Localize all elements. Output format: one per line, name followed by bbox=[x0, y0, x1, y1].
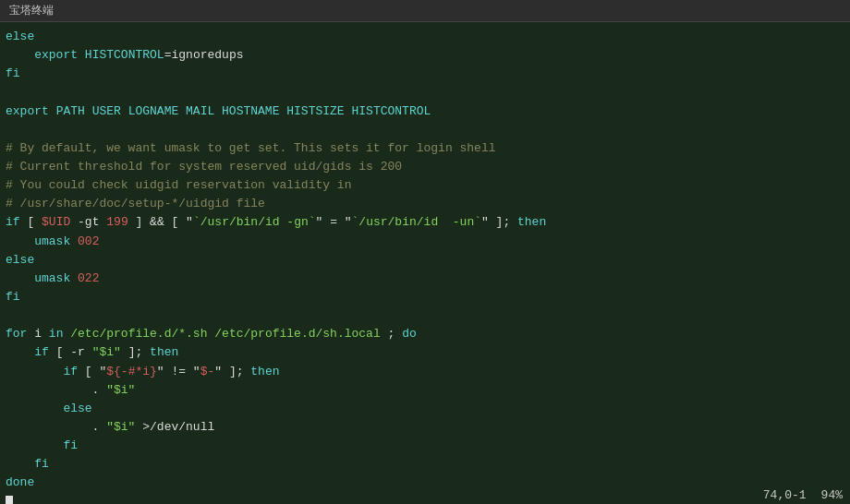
code-line-24: fi bbox=[6, 455, 844, 474]
code-line-15: fi bbox=[6, 288, 844, 306]
scroll-percent: 94% bbox=[821, 488, 843, 502]
code-line-22: . "$i" >/dev/null bbox=[6, 418, 844, 437]
cursor bbox=[6, 496, 13, 504]
code-line-18: if [ -r "$i" ]; then bbox=[6, 343, 844, 362]
code-line-3: fi bbox=[6, 65, 844, 83]
status-bar: 74,0-1 94% bbox=[756, 486, 850, 504]
code-line-19: if [ "${-#*i}" != "$-" ]; then bbox=[6, 363, 844, 381]
terminal: else export HISTCONTROL=ignoredups fi ex… bbox=[0, 22, 850, 504]
code-line-11: if [ $UID -gt 199 ] && [ "`/usr/bin/id -… bbox=[6, 213, 844, 232]
code-line-23: fi bbox=[6, 437, 844, 455]
code-line-20: . "$i" bbox=[6, 381, 844, 400]
code-line-cursor bbox=[6, 493, 844, 504]
code-line-7: # By default, we want umask to get set. … bbox=[6, 139, 844, 158]
code-line-17: for i in /etc/profile.d/*.sh /etc/profil… bbox=[6, 325, 844, 343]
code-line-14: umask 022 bbox=[6, 270, 844, 288]
title-text: 宝塔终端 bbox=[9, 3, 54, 18]
code-line-6 bbox=[6, 121, 844, 139]
cursor-position: 74,0-1 bbox=[763, 488, 807, 502]
code-line-9: # You could check uidgid reservation val… bbox=[6, 176, 844, 195]
code-line-21: else bbox=[6, 400, 844, 418]
code-line-13: else bbox=[6, 251, 844, 270]
title-bar: 宝塔终端 bbox=[0, 0, 850, 22]
code-line-5: export PATH USER LOGNAME MAIL HOSTNAME H… bbox=[6, 102, 844, 121]
code-line-12: umask 002 bbox=[6, 233, 844, 251]
code-line-25: done bbox=[6, 474, 844, 492]
code-line-16 bbox=[6, 306, 844, 325]
code-line-2: export HISTCONTROL=ignoredups bbox=[6, 46, 844, 65]
code-line-1: else bbox=[6, 28, 844, 46]
code-line-10: # /usr/share/doc/setup-*/uidgid file bbox=[6, 195, 844, 213]
code-line-4 bbox=[6, 83, 844, 102]
code-line-8: # Current threshold for system reserved … bbox=[6, 158, 844, 176]
